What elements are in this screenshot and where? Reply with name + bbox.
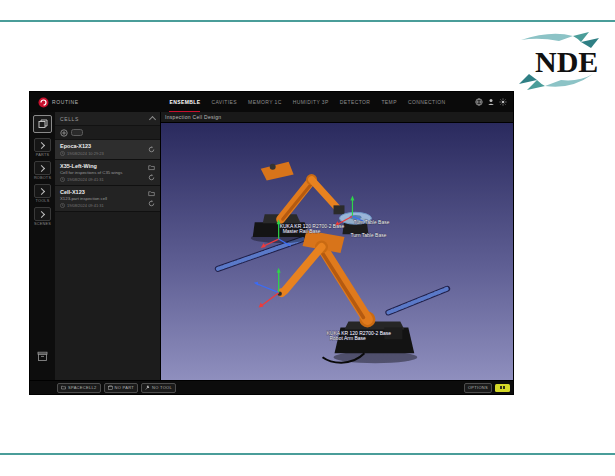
user-icon[interactable] <box>487 98 495 106</box>
viewport-titlebar: Inspection Cell Design <box>161 112 513 123</box>
cell-timestamp: 19/08/2024 09:41:31 <box>67 203 104 208</box>
scene-label-robot-arm-base: Robot Arm Base <box>330 336 367 341</box>
options-button[interactable]: OPTIONS <box>464 383 492 393</box>
chevron-right-icon <box>38 210 45 217</box>
rail-item-cells[interactable] <box>33 115 52 133</box>
chevron-right-icon <box>38 164 45 171</box>
cell-title: Cell-X123 <box>60 189 146 195</box>
rail-item-robots[interactable]: ROBOTS <box>34 161 51 180</box>
sync-icon[interactable] <box>148 146 155 153</box>
scene-label-turntable-overlap: Turn Table Base <box>353 220 389 225</box>
active-part-chip[interactable]: NO PART <box>104 383 139 393</box>
sync-icon[interactable] <box>148 174 155 181</box>
rail-bottom-button[interactable] <box>37 348 48 366</box>
rail-item-scenes[interactable]: SCENES <box>34 207 51 226</box>
tab-ensemble[interactable]: ENSEMBLE <box>169 92 200 112</box>
tab-detector[interactable]: DETECTOR <box>340 92 371 112</box>
cell-title: X35-Left-Wing <box>60 163 146 169</box>
tool-icon <box>145 385 150 390</box>
cell-description: Cell for inspections of C35 wings <box>60 170 146 175</box>
rail-item-parts[interactable]: PARTS <box>34 138 51 157</box>
scene-3d[interactable]: KUKA KR 120 R2700-2 Base Master Rail Bas… <box>161 123 513 380</box>
globe-icon[interactable] <box>475 98 483 106</box>
sync-icon[interactable] <box>148 200 155 207</box>
cell-timestamp: 19/08/2024 09:41:31 <box>67 177 104 182</box>
folder-icon[interactable] <box>148 190 155 197</box>
active-cell-chip[interactable]: SPACECELL2 <box>57 383 101 393</box>
cell-title: Epoca-X123 <box>60 143 146 149</box>
page-bottom-rule <box>0 453 615 455</box>
nde-logo-text: NDE <box>535 45 598 78</box>
cell-list: Epoca-X123 19/08/2024 10:29:23 X35-Left-… <box>55 140 160 380</box>
folder-icon[interactable] <box>148 164 155 171</box>
cell-description: X123-part inspection cell <box>60 196 146 201</box>
clock-icon <box>60 177 65 182</box>
titlebar-icons <box>469 98 513 106</box>
status-badge-yellow[interactable] <box>495 384 510 392</box>
cells-panel: CELLS Epoca-X123 19/08/2024 <box>55 112 161 380</box>
app-window: ROUTINE ENSEMBLE CAVITIES MEMORY 1C HUMI… <box>30 92 513 394</box>
add-circle-icon[interactable] <box>60 129 68 137</box>
cells-panel-toolbar <box>55 126 160 140</box>
clock-icon <box>60 203 65 208</box>
top-nav: ENSEMBLE CAVITIES MEMORY 1C HUMIDITY 3P … <box>146 92 469 112</box>
chevron-right-icon <box>38 141 45 148</box>
tab-memory[interactable]: MEMORY 1C <box>248 92 282 112</box>
cells-panel-title: CELLS <box>60 116 79 122</box>
cell-timestamp: 19/08/2024 10:29:23 <box>67 151 104 156</box>
viewport-title: Inspection Cell Design <box>165 114 221 120</box>
viewport: Inspection Cell Design <box>161 112 513 380</box>
statusbar: SPACECELL2 NO PART NO TOOL OPTIONS <box>30 380 513 394</box>
app-logo-icon <box>38 97 49 108</box>
tab-cavities[interactable]: CAVITIES <box>211 92 237 112</box>
scene-label-master-rail: Master Rail Base <box>283 229 321 234</box>
app-brand[interactable]: ROUTINE <box>30 97 146 108</box>
cell-card-cell-x123[interactable]: Cell-X123 X123-part inspection cell 19/0… <box>55 186 160 212</box>
chevron-up-icon[interactable] <box>149 116 156 123</box>
cell-icon <box>61 385 66 390</box>
archive-icon <box>37 351 48 362</box>
app-titlebar: ROUTINE ENSEMBLE CAVITIES MEMORY 1C HUMI… <box>30 92 513 112</box>
filter-pill-button[interactable] <box>71 129 83 136</box>
part-icon <box>108 385 113 390</box>
chevron-right-icon <box>38 187 45 194</box>
tab-connection[interactable]: CONNECTION <box>408 92 446 112</box>
left-rail: PARTS ROBOTS TOOLS SCENES <box>30 112 55 380</box>
cells-panel-header[interactable]: CELLS <box>55 112 160 126</box>
brightness-icon[interactable] <box>499 98 507 106</box>
active-tool-chip[interactable]: NO TOOL <box>141 383 176 393</box>
tab-humidity[interactable]: HUMIDITY 3P <box>293 92 329 112</box>
nde-logo: NDE <box>511 28 603 96</box>
tab-temp[interactable]: TEMP <box>381 92 397 112</box>
page-top-rule <box>0 20 615 22</box>
cells-window-icon <box>38 119 48 129</box>
cell-card-epoca-x123[interactable]: Epoca-X123 19/08/2024 10:29:23 <box>55 140 160 160</box>
scene-label-turntable: Turn Table Base <box>350 233 386 238</box>
rail-item-tools[interactable]: TOOLS <box>34 184 51 203</box>
app-brand-text: ROUTINE <box>52 99 79 105</box>
cell-card-x35-left-wing[interactable]: X35-Left-Wing Cell for inspections of C3… <box>55 160 160 186</box>
clock-icon <box>60 151 65 156</box>
